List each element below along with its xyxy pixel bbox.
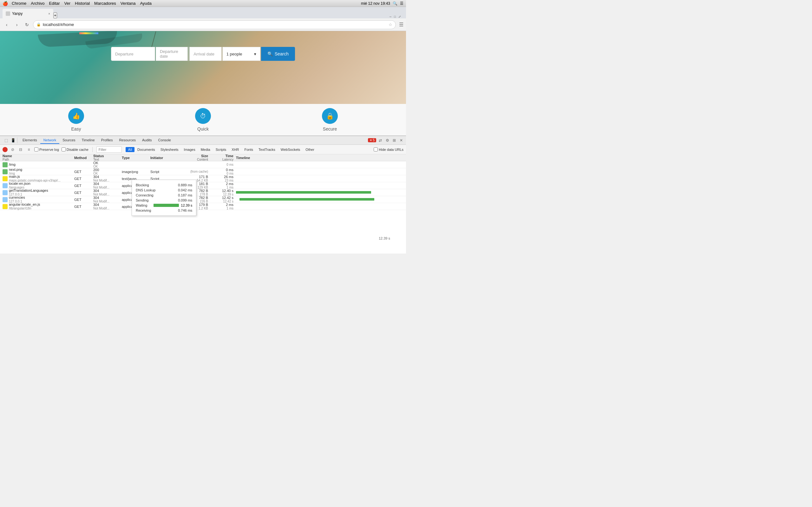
network-table: Name Path Method Status Text Type Initia… — [0, 154, 406, 253]
menu-marcadores[interactable]: Marcadores — [94, 1, 116, 6]
dock-icon[interactable]: ⊞ — [392, 137, 397, 143]
departure-field[interactable]: Departure — [111, 47, 155, 61]
apple-logo-icon[interactable]: 🍎 — [3, 1, 8, 6]
hamburger-icon[interactable]: ☰ — [400, 1, 403, 6]
window-resize-icon[interactable]: ⤢ — [398, 15, 401, 18]
td-status: 304 Not Modif... — [92, 175, 120, 182]
hide-data-urls-checkbox[interactable] — [374, 147, 378, 152]
forward-button[interactable]: › — [13, 20, 21, 29]
table-row[interactable]: locale-en.json /languages GET 304 Not Mo… — [0, 182, 406, 189]
tab-audits[interactable]: Audits — [139, 137, 155, 144]
people-selector[interactable]: 1 people ▾ — [222, 47, 260, 61]
menu-ayuda[interactable]: Ayuda — [140, 1, 152, 6]
maximize-icon[interactable]: □ — [394, 15, 396, 18]
tab-elements[interactable]: Elements — [19, 137, 40, 144]
tab-close-button[interactable]: × — [48, 12, 50, 15]
preserve-log-label[interactable]: Preserve log — [34, 147, 59, 152]
filter-input[interactable] — [96, 147, 122, 153]
close-devtools-icon[interactable]: ✕ — [398, 137, 404, 143]
active-tab[interactable]: Yanpy × — [3, 9, 53, 18]
arrival-date-field[interactable]: Arrival date — [189, 47, 221, 61]
th-method[interactable]: Method — [73, 156, 92, 160]
file-icon — [3, 183, 8, 188]
preserve-log-checkbox[interactable] — [34, 147, 38, 152]
table-row[interactable]: main.js maps.gstatic.com/maps-api-v3/api… — [0, 175, 406, 182]
td-type: image/png — [120, 170, 149, 174]
filter-stylesheets[interactable]: Stylesheets — [158, 147, 181, 152]
omnibox[interactable]: 🔒 localhost/#/home ☆ — [33, 20, 396, 29]
search-icon: 🔍 — [267, 51, 273, 56]
td-status: OK OK — [92, 161, 120, 168]
filter-websockets[interactable]: WebSockets — [278, 147, 303, 152]
search-button[interactable]: 🔍 Search — [261, 47, 295, 61]
lock-icon: 🔒 — [37, 22, 41, 26]
th-timeline[interactable]: Timeline — [235, 156, 406, 160]
reload-button[interactable]: ↻ — [23, 20, 31, 29]
filter-media[interactable]: Media — [198, 147, 213, 152]
connecting-value: 0.187 ms — [178, 193, 192, 197]
th-size[interactable]: Size Content — [184, 154, 209, 161]
record-button[interactable] — [3, 147, 8, 152]
menubar-right: mié 12 nov 19:43 🔍 ☰ — [361, 1, 403, 6]
tooltip-waiting: Waiting 12.39 s — [136, 203, 192, 208]
filter-documents[interactable]: Documents — [135, 147, 158, 152]
filter-other[interactable]: Other — [303, 147, 317, 152]
disable-cache-label[interactable]: Disable cache — [61, 147, 89, 152]
tab-sources[interactable]: Sources — [59, 137, 78, 144]
menu-editar[interactable]: Editar — [49, 1, 60, 6]
filter-all[interactable]: All — [125, 147, 135, 152]
device-mode-icon[interactable]: 📱 — [10, 137, 16, 143]
tab-resources[interactable]: Resources — [116, 137, 139, 144]
bookmark-star-icon[interactable]: ☆ — [389, 22, 392, 27]
chrome-menu-button[interactable]: ☰ — [399, 21, 403, 27]
filter-texttracks[interactable]: TextTracks — [256, 147, 278, 152]
departure-date-field[interactable]: Departure date — [156, 47, 188, 61]
clear-button[interactable]: ⊘ — [10, 147, 15, 152]
tab-profiles[interactable]: Profiles — [98, 137, 116, 144]
inspect-element-icon[interactable]: ⬚ — [3, 137, 9, 143]
th-initiator[interactable]: Initiator — [149, 156, 184, 160]
new-tab-button[interactable]: + — [53, 12, 57, 18]
th-type[interactable]: Type — [120, 156, 149, 160]
menu-chrome[interactable]: Chrome — [12, 1, 26, 6]
disable-cache-checkbox[interactable] — [61, 147, 66, 152]
expand-icon[interactable]: ⇄ — [377, 137, 383, 143]
tab-console[interactable]: Console — [155, 137, 174, 144]
minimize-icon[interactable]: ⎼ — [390, 15, 392, 18]
departure-placeholder: Departure — [115, 52, 134, 56]
table-row[interactable]: getTranslationLanguages 127.0.0.1 GET 30… — [0, 189, 406, 196]
filter-images[interactable]: Images — [182, 147, 198, 152]
table-row[interactable]: /img OK OK 0 ms — [0, 161, 406, 168]
tab-network[interactable]: Network — [40, 137, 59, 144]
filter-icon[interactable]: ⊟ — [18, 147, 23, 153]
disable-cache-text: Disable cache — [67, 148, 89, 152]
settings-icon[interactable]: ⚙ — [385, 137, 390, 143]
th-name[interactable]: Name Path — [0, 154, 73, 161]
waiting-bar-container: 12.39 s — [154, 204, 192, 207]
table-row[interactable]: currencies 127.0.0.1 GET 304 Not Modif..… — [0, 196, 406, 203]
lock-feature-icon: 🔒 — [322, 108, 338, 124]
filter-scripts[interactable]: Scripts — [213, 147, 229, 152]
dns-value: 0.042 ms — [178, 188, 192, 192]
tab-timeline[interactable]: Timeline — [79, 137, 98, 144]
th-time[interactable]: Time Latency — [209, 154, 235, 161]
receiving-label: Receiving — [136, 209, 151, 212]
filter-fonts[interactable]: Fonts — [242, 147, 256, 152]
hide-data-urls-label[interactable]: Hide data URLs — [374, 147, 403, 152]
th-status[interactable]: Status Text — [92, 154, 120, 161]
menu-historial[interactable]: Historial — [75, 1, 90, 6]
table-row[interactable]: angular-locale_en.js /lib/angular/i18n G… — [0, 203, 406, 210]
back-button[interactable]: ‹ — [3, 20, 11, 29]
table-row[interactable]: next.png /img GET 200 OK image/png Scrip… — [0, 168, 406, 175]
menu-ver[interactable]: Ver — [64, 1, 71, 6]
search-menubar-icon[interactable]: 🔍 — [393, 1, 397, 6]
td-timeline — [235, 203, 406, 210]
menu-archivo[interactable]: Archivo — [31, 1, 44, 6]
menu-ventana[interactable]: Ventana — [120, 1, 136, 6]
view-toggle-icon[interactable]: ≡ — [26, 147, 32, 153]
filter-xhr[interactable]: XHR — [229, 147, 241, 152]
arrival-date-placeholder: Arrival date — [194, 52, 214, 56]
chrome-window: Yanpy × + ⎼ □ ⤢ ‹ › ↻ 🔒 localhost/#/home… — [0, 7, 406, 253]
file-icon — [3, 190, 8, 195]
td-timeline — [235, 196, 406, 203]
